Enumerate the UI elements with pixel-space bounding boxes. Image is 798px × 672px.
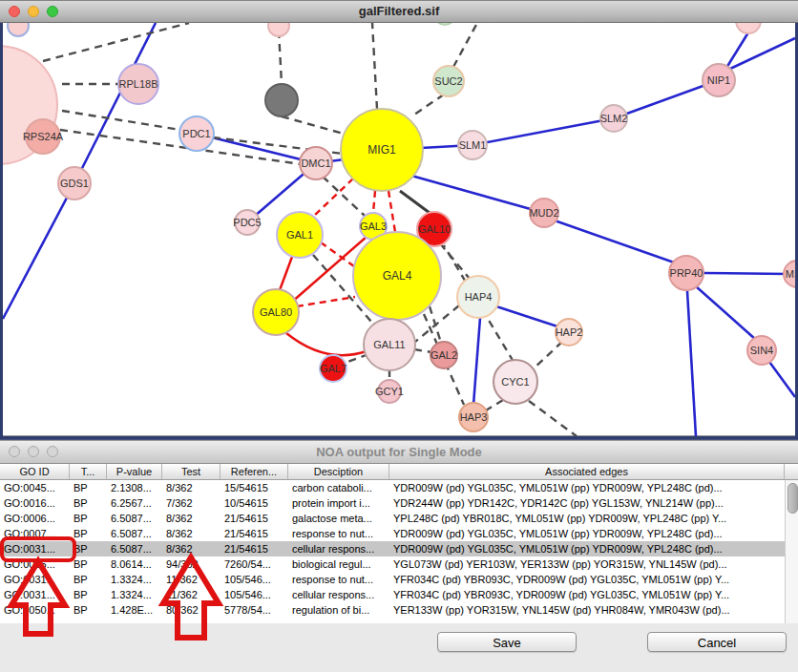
cell-type: BP — [70, 587, 107, 602]
network-edge[interactable] — [486, 400, 503, 410]
cell-type: BP — [70, 556, 107, 572]
network-edge[interactable] — [704, 273, 788, 274]
cell-p-value: 1.3324... — [107, 572, 162, 587]
cell-description: response to nut... — [288, 572, 389, 587]
table-row[interactable]: GO:0007...BP6.5087...8/36221/54615respon… — [0, 526, 785, 541]
column-header-desciption[interactable]: Desciption — [288, 464, 389, 479]
cell-test: 11/362 — [162, 572, 220, 587]
network-window-title: galFiltered.sif — [0, 4, 798, 18]
node-label: GAL80 — [260, 306, 292, 318]
cancel-button[interactable]: Cancel — [647, 632, 787, 652]
network-window: galFiltered.sif RPL18BRPS24AGDS1PDC1DMC1… — [0, 0, 798, 439]
column-header-associatededges[interactable]: Associated edges — [389, 464, 785, 479]
network-node[interactable] — [8, 23, 29, 36]
node-label: RPS24A — [23, 131, 64, 142]
network-edge[interactable] — [3, 183, 74, 319]
network-node[interactable] — [434, 23, 455, 25]
vertical-scrollbar[interactable] — [785, 480, 798, 623]
network-node[interactable] — [265, 84, 298, 116]
cell-edges: YFR034C (pd) YBR093C, YDR009W (pd) YGL03… — [389, 587, 785, 602]
network-edge[interactable] — [373, 191, 375, 213]
node-label: CYC1 — [501, 376, 529, 388]
save-button[interactable]: Save — [437, 632, 577, 652]
cell-type: BP — [70, 602, 107, 618]
cell-p-value: 8.0614... — [107, 556, 162, 572]
network-edge[interactable] — [414, 349, 431, 352]
table-row[interactable]: GO:0045...BP2.1308...8/36215/54615carbon… — [0, 480, 785, 495]
cell-type: BP — [70, 526, 107, 541]
network-canvas[interactable]: RPL18BRPS24AGDS1PDC1DMC1MIG1SLM1SLM2NIP1… — [3, 23, 795, 436]
column-header-test[interactable]: Test — [162, 464, 220, 479]
cell-edges: YPL248C (pd) YBR018C, YML051W (pp) YDR00… — [389, 511, 785, 526]
cell-test: 8/362 — [162, 480, 220, 495]
node-label: PDC5 — [233, 217, 261, 228]
node-label: GAL11 — [373, 339, 405, 350]
cell-description: response to nut... — [288, 526, 389, 541]
network-node[interactable] — [736, 23, 761, 33]
network-node[interactable] — [268, 23, 289, 36]
cell-reference: 21/54615 — [220, 511, 288, 526]
button-bar: Save Cancel — [0, 623, 798, 672]
table-row[interactable]: GO:0050...BP1.428E...80/3625778/54...reg… — [0, 602, 785, 618]
cell-description: carbon cataboli... — [288, 480, 389, 495]
cell-reference: 105/546... — [220, 572, 288, 587]
network-edge[interactable] — [769, 362, 795, 397]
node-label: SUC2 — [434, 75, 462, 87]
network-edge[interactable] — [696, 286, 756, 340]
network-edge[interactable] — [388, 191, 395, 232]
network-edge[interactable] — [687, 291, 696, 436]
cell-p-value: 6.5087... — [107, 526, 162, 541]
network-edge[interactable] — [529, 401, 577, 436]
cell-go-id: GO:0016... — [0, 495, 70, 511]
node-label: DMC1 — [301, 158, 330, 169]
table-row[interactable]: GO:0031...BP1.3324...11/362105/546...cel… — [0, 587, 785, 602]
node-label: MSN — [786, 268, 795, 280]
network-edge[interactable] — [411, 94, 444, 116]
table-row[interactable]: GO:0065...BP8.0614...94/3627260/54...bio… — [0, 556, 785, 572]
network-edge[interactable] — [472, 118, 614, 145]
cell-reference: 21/54615 — [220, 526, 288, 541]
network-edge[interactable] — [730, 38, 795, 69]
network-edge[interactable] — [400, 191, 430, 213]
scrollbar-thumb[interactable] — [788, 483, 798, 514]
node-label: GCY1 — [375, 386, 404, 397]
network-edge[interactable] — [62, 111, 180, 130]
network-edge[interactable] — [43, 23, 189, 61]
cell-description: biological regul... — [288, 556, 389, 572]
cell-test: 94/362 — [162, 556, 220, 572]
table-row[interactable]: GO:0006...BP6.5087...8/36221/54615galact… — [0, 511, 785, 526]
network-edge[interactable] — [440, 243, 470, 279]
column-header-referen[interactable]: Referen... — [220, 464, 288, 479]
column-header-t[interactable]: T... — [70, 464, 107, 479]
table-row[interactable]: GO:0031...BP6.5087...8/36221/54615cellul… — [0, 541, 785, 556]
network-edge[interactable] — [494, 305, 557, 326]
noa-output-window: NOA output for Single Mode GO IDT...P-va… — [0, 439, 798, 672]
cell-reference: 7260/54... — [220, 556, 288, 572]
network-edge[interactable] — [282, 116, 350, 136]
node-label: GAL3 — [360, 220, 387, 232]
table-row[interactable]: GO:0016...BP6.2567...7/36210/54615protei… — [0, 495, 785, 511]
cell-type: BP — [70, 572, 107, 587]
network-edge[interactable] — [313, 178, 353, 217]
network-edge[interactable] — [279, 31, 282, 84]
network-edge[interactable] — [453, 23, 477, 67]
network-edge[interactable] — [286, 333, 367, 355]
network-edge[interactable] — [534, 342, 562, 368]
network-edge[interactable] — [297, 297, 355, 306]
node-label: RPL18B — [119, 78, 158, 90]
cell-type: BP — [70, 511, 107, 526]
noa-window-title: NOA output for Single Mode — [0, 445, 798, 459]
network-edge[interactable] — [473, 318, 480, 405]
network-edge[interactable] — [372, 23, 377, 109]
cell-edges: YDR009W (pd) YGL035C, YML051W (pp) YDR00… — [389, 541, 785, 556]
cell-test: 7/362 — [162, 495, 220, 511]
column-header-pvalue[interactable]: P-value — [107, 464, 162, 479]
cell-go-id: GO:0006... — [0, 511, 70, 526]
network-edge[interactable] — [555, 220, 677, 263]
network-edge[interactable] — [280, 257, 292, 290]
node-label: GAL4 — [383, 269, 412, 283]
cell-p-value: 6.2567... — [107, 495, 162, 511]
column-header-goid[interactable]: GO ID — [0, 464, 70, 479]
table-row[interactable]: GO:0031...BP1.3324...11/362105/546...res… — [0, 572, 785, 587]
network-edge[interactable] — [411, 176, 544, 213]
